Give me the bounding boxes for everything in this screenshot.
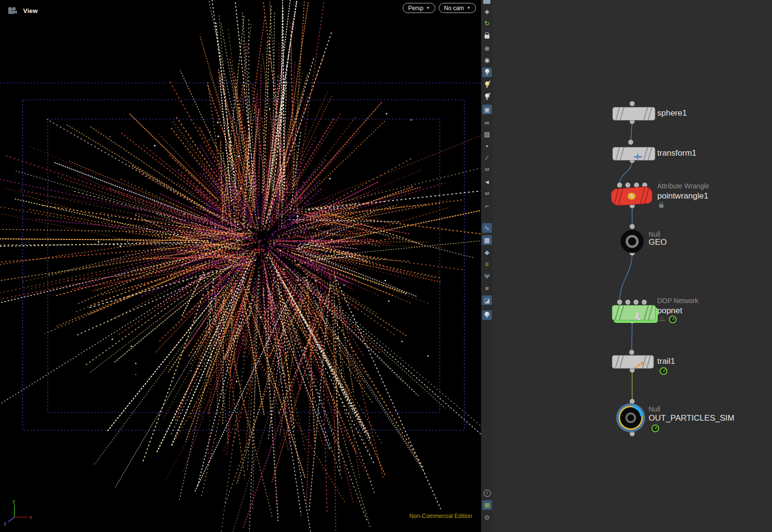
viewport-info-icon[interactable]: i	[482, 488, 492, 498]
node-type-label: DOP Network	[657, 297, 698, 305]
node-label: OUT_PARTICLES_SIM	[649, 413, 734, 423]
time-dependent-badge	[651, 425, 659, 432]
shading-mode-icon[interactable]: ▣	[482, 105, 492, 114]
svg-text:z: z	[4, 520, 7, 526]
add-light-icon[interactable]: +	[482, 92, 492, 102]
houdini-window: { "viewport": { "view_label": "View", "c…	[0, 0, 772, 532]
node-type-label: Attribute Wrangle	[657, 182, 709, 190]
view-pin-icon[interactable]	[482, 310, 492, 320]
wrangle-icon: ϟ	[627, 192, 636, 200]
set-layout-icon[interactable]: ⊞	[482, 500, 492, 510]
view-layout-icon[interactable]: ◈	[482, 6, 492, 16]
non-commercial-watermark: Non-Commercial Edition	[409, 513, 472, 519]
display-flag-arc	[616, 403, 645, 432]
node-transform1[interactable]	[612, 147, 655, 160]
node-geo[interactable]	[621, 230, 644, 253]
time-dependent-badge	[669, 316, 677, 323]
display-hulls-icon[interactable]: ⌐	[482, 201, 492, 211]
render-region-icon[interactable]: ▨	[482, 129, 492, 139]
high-quality-lighting-icon[interactable]	[482, 67, 492, 77]
display-points-icon[interactable]: •	[482, 141, 492, 151]
node-wires	[492, 0, 772, 532]
node-popnet[interactable]	[612, 305, 656, 320]
particle-burst: yyxz	[0, 0, 481, 532]
view-label: View	[23, 7, 38, 14]
wire[interactable]	[631, 121, 632, 142]
visualizer-menu-icon[interactable]: ≡	[482, 283, 492, 293]
light-bank-icon[interactable]: ◉	[482, 55, 492, 65]
node-label: transform1	[657, 148, 696, 158]
chevron-down-icon: ▼	[467, 6, 471, 10]
headlight-only-icon[interactable]: ⊗	[482, 43, 492, 53]
null-donut-icon	[626, 235, 639, 248]
camera-label: No cam	[444, 5, 464, 12]
time-dependent-badge	[660, 367, 667, 375]
field-guide-icon[interactable]: ◆	[482, 247, 492, 257]
smooth-shaded-icon[interactable]: ∿	[482, 223, 492, 233]
projection-menu-button[interactable]: Persp ▼	[403, 3, 435, 13]
projection-label: Persp	[408, 5, 423, 12]
wire[interactable]	[620, 160, 632, 184]
svg-text:y: y	[13, 498, 15, 504]
node-trail1[interactable]	[612, 355, 654, 369]
node-label: pointwrangle1	[657, 191, 708, 201]
primitive-numbers-icon[interactable]: 12	[482, 189, 492, 199]
node-sphere1[interactable]	[612, 107, 655, 120]
node-pointwrangle1[interactable]: ϟ	[611, 186, 652, 206]
add-spot-light-icon[interactable]: +	[482, 80, 492, 90]
wire[interactable]	[632, 321, 632, 352]
output-flag-badge	[658, 316, 666, 321]
toolbar-scroll-handle[interactable]	[483, 0, 490, 4]
auto-update-icon[interactable]: ↻	[482, 18, 492, 28]
node-type-label: Null	[649, 230, 660, 238]
group-list-icon[interactable]: []	[482, 259, 492, 269]
node-label: popnet	[657, 306, 682, 316]
camera-menu-button[interactable]: No cam ▼	[439, 3, 476, 13]
lock-badge	[659, 204, 664, 208]
viewport-header: View	[7, 7, 38, 15]
wire[interactable]	[620, 253, 632, 301]
display-options-toolbar: ◈↻⊗◉++▣∞▨•∕12◄12⌐∿▦◆[]Ψ≡◪i⊞⊙	[481, 0, 493, 532]
display-joints-icon[interactable]: Ψ	[482, 271, 492, 281]
node-out-particles-sim[interactable]	[616, 403, 645, 432]
svg-text:y: y	[253, 238, 255, 243]
lock-camera-icon[interactable]	[482, 30, 492, 40]
node-label: trail1	[657, 357, 675, 366]
svg-text:x: x	[29, 514, 32, 520]
ghost-other-objects-icon[interactable]: ∞	[482, 118, 492, 127]
show-camera-view-icon[interactable]: ⊙	[482, 512, 492, 522]
camera-icon	[7, 7, 18, 15]
chevron-down-icon: ▼	[426, 6, 430, 10]
point-normals-icon[interactable]: ◄	[482, 177, 492, 186]
viewport-snapshot-icon[interactable]: ◪	[482, 295, 492, 305]
scene-viewport[interactable]: yyxz View Persp ▼ No cam ▼ Non-Commercia…	[0, 0, 481, 532]
node-label: GEO	[649, 238, 667, 247]
point-numbers-icon[interactable]: 12	[482, 165, 492, 174]
texture-viewport-icon[interactable]: ▦	[482, 235, 492, 245]
network-editor[interactable]: sphere1 transform1 ϟ Attribute Wrangle p…	[492, 0, 772, 532]
node-type-label: Null	[649, 405, 660, 413]
display-point-trails-icon[interactable]: ∕	[482, 153, 492, 162]
node-label: sphere1	[657, 108, 687, 118]
